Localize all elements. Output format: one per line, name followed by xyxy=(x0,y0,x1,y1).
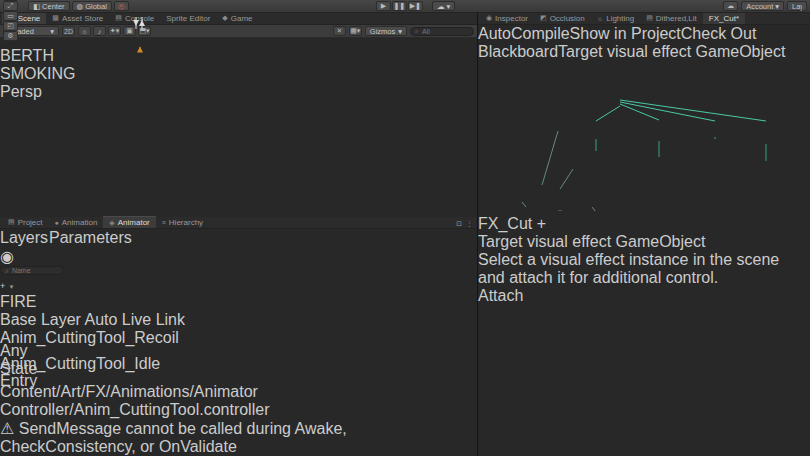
animator-canvas[interactable]: Anim_CuttingTool_RecoilAny StateAnim_Cut… xyxy=(0,329,477,383)
animator-graph-panel: Base Layer Auto Live Link Anim_CuttingTo… xyxy=(0,311,477,419)
animator-transitions xyxy=(0,0,810,456)
